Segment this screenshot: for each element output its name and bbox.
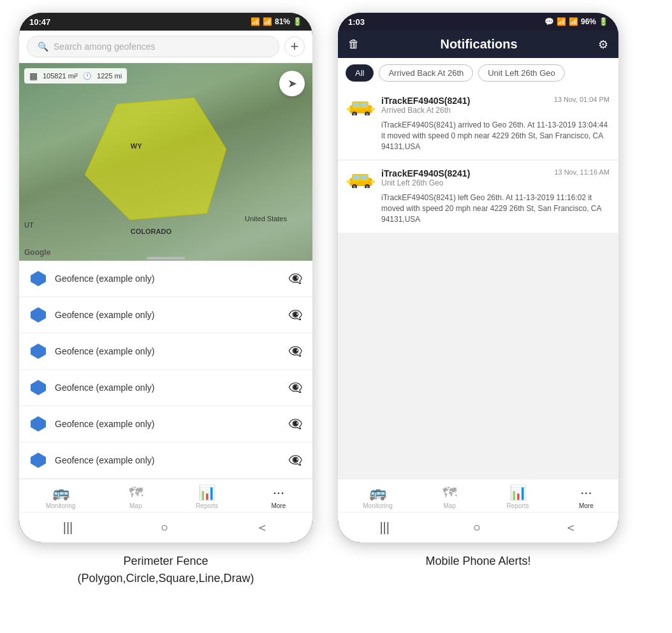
map-label-us: United States bbox=[245, 215, 287, 222]
more-icon: ··· bbox=[273, 484, 284, 501]
map-distance-label: 1225 mi bbox=[97, 72, 122, 80]
map-label: Map bbox=[129, 502, 142, 509]
back-button-right[interactable]: ＜ bbox=[564, 519, 577, 536]
battery-label: 81% bbox=[275, 17, 290, 26]
monitoring-label-right: Monitoring bbox=[363, 502, 393, 509]
svg-marker-0 bbox=[85, 98, 226, 219]
map-area: ▦ 105821 mi² 🕐 1225 mi ➤ WY United State… bbox=[19, 63, 312, 261]
geofence-icon bbox=[29, 415, 47, 433]
home-button[interactable]: ○ bbox=[161, 520, 168, 535]
right-status-bar: 1:03 💬 📶 📶 96% 🔋 bbox=[338, 13, 618, 31]
nav-reports[interactable]: 📊 Reports bbox=[196, 484, 218, 509]
svg-rect-9 bbox=[353, 103, 360, 107]
svg-marker-6 bbox=[31, 453, 46, 468]
geofence-name: Geofence (example only) bbox=[55, 346, 281, 356]
svg-point-24 bbox=[366, 186, 369, 188]
list-item[interactable]: Geofence (example only) 👁‍🗨 bbox=[19, 261, 312, 297]
nav-more[interactable]: ··· More bbox=[271, 484, 286, 509]
map-area-label: 105821 mi² bbox=[43, 72, 78, 80]
geofence-name: Geofence (example only) bbox=[55, 419, 281, 429]
eye-icon[interactable]: 👁‍🗨 bbox=[288, 453, 302, 467]
car-icon-1 bbox=[347, 96, 375, 116]
svg-rect-26 bbox=[371, 180, 375, 183]
filter-left[interactable]: Unit Left 26th Geo bbox=[478, 64, 565, 82]
notifications-title: Notifications bbox=[360, 37, 598, 52]
svg-rect-10 bbox=[361, 103, 367, 107]
chat-icon: 💬 bbox=[544, 17, 554, 26]
geofence-icon bbox=[29, 270, 47, 287]
svg-marker-4 bbox=[31, 380, 46, 395]
svg-rect-25 bbox=[347, 180, 351, 183]
car-icon-2 bbox=[347, 168, 375, 189]
map-stats: ▦ 105821 mi² 🕐 1225 mi bbox=[24, 68, 127, 84]
geofence-polygon bbox=[66, 92, 232, 232]
list-item[interactable]: Geofence (example only) 👁‍🗨 bbox=[19, 333, 312, 370]
clock-icon: 🕐 bbox=[83, 72, 92, 80]
eye-icon[interactable]: 👁‍🗨 bbox=[288, 381, 302, 395]
nav-more-right[interactable]: ··· More bbox=[579, 484, 594, 509]
map-icon: 🗺 bbox=[129, 484, 143, 501]
right-phone: 1:03 💬 📶 📶 96% 🔋 🗑 Notifications ⚙ All A… bbox=[338, 13, 618, 542]
filter-all[interactable]: All bbox=[346, 64, 374, 82]
nav-map-right[interactable]: 🗺 Map bbox=[442, 484, 457, 509]
settings-button[interactable]: ⚙ bbox=[598, 38, 608, 52]
nav-monitoring[interactable]: 🚌 Monitoring bbox=[46, 484, 76, 509]
reports-icon-right: 📊 bbox=[509, 484, 527, 501]
signal-icon: 📶 bbox=[263, 17, 272, 26]
notification-card[interactable]: iTrackEF4940S(8241) Unit Left 26th Geo 1… bbox=[338, 161, 618, 232]
recents-button-right[interactable]: ||| bbox=[379, 520, 390, 535]
notif-desc-2: iTrackEF4940S(8241) left Geo 26th. At 11… bbox=[347, 193, 610, 224]
svg-marker-2 bbox=[31, 307, 46, 323]
notif-time-2: 13 Nov, 11:16 AM bbox=[554, 168, 610, 176]
more-icon-right: ··· bbox=[580, 484, 592, 501]
compass-button[interactable]: ➤ bbox=[279, 71, 305, 96]
geofence-name: Geofence (example only) bbox=[55, 310, 281, 320]
notifications-list: iTrackEF4940S(8241) Arrived Back At 26th… bbox=[338, 88, 618, 479]
svg-point-14 bbox=[366, 113, 369, 115]
caption-right: Mobile Phone Alerts! bbox=[338, 553, 618, 587]
scroll-indicator bbox=[147, 257, 185, 259]
list-item[interactable]: Geofence (example only) 👁‍🗨 bbox=[19, 406, 312, 442]
recents-button[interactable]: ||| bbox=[63, 520, 73, 535]
vehicle-svg-1 bbox=[347, 96, 375, 115]
nav-monitoring-right[interactable]: 🚌 Monitoring bbox=[363, 484, 393, 509]
geofence-icon bbox=[29, 306, 47, 324]
svg-rect-15 bbox=[347, 108, 351, 110]
nav-reports-right[interactable]: 📊 Reports bbox=[507, 484, 529, 509]
eye-icon[interactable]: 👁‍🗨 bbox=[288, 308, 302, 322]
add-button[interactable]: + bbox=[284, 36, 305, 57]
monitoring-icon: 🚌 bbox=[52, 484, 69, 501]
eye-icon[interactable]: 👁‍🗨 bbox=[288, 272, 302, 286]
notif-time-1: 13 Nov, 01:04 PM bbox=[554, 96, 610, 103]
bottom-nav-right: 🚌 Monitoring 🗺 Map 📊 Reports ··· More bbox=[338, 479, 618, 512]
home-button-right[interactable]: ○ bbox=[473, 520, 481, 535]
delete-button[interactable]: 🗑 bbox=[348, 38, 360, 51]
notif-desc-1: iTrackEF4940S(8241) arrived to Geo 26th.… bbox=[347, 120, 610, 152]
list-item[interactable]: Geofence (example only) 👁‍🗨 bbox=[19, 442, 312, 479]
geofence-name: Geofence (example only) bbox=[55, 455, 281, 465]
eye-icon[interactable]: 👁‍🗨 bbox=[288, 344, 302, 358]
signal-icon-right: 📶 bbox=[569, 17, 578, 26]
nav-map[interactable]: 🗺 Map bbox=[129, 484, 143, 509]
svg-point-13 bbox=[353, 113, 356, 115]
reports-label-right: Reports bbox=[507, 502, 529, 509]
eye-icon[interactable]: 👁‍🗨 bbox=[288, 417, 302, 431]
map-label-ut: UT bbox=[24, 221, 34, 229]
caption-left: Perimeter Fence(Polygon,Circle,Square,Li… bbox=[19, 553, 312, 587]
notif-info-2: iTrackEF4940S(8241) Unit Left 26th Geo bbox=[381, 168, 548, 187]
empty-area bbox=[338, 234, 618, 374]
notification-card[interactable]: iTrackEF4940S(8241) Arrived Back At 26th… bbox=[338, 88, 618, 159]
back-button[interactable]: ＜ bbox=[256, 519, 268, 536]
left-phone: 10:47 📶 📶 81% 🔋 🔍 Search among geofences… bbox=[19, 13, 312, 542]
svg-rect-16 bbox=[371, 108, 375, 110]
filter-arrived[interactable]: Arrived Back At 26th bbox=[379, 64, 473, 82]
geofence-list: Geofence (example only) 👁‍🗨 Geofence (ex… bbox=[19, 261, 312, 479]
search-input[interactable]: 🔍 Search among geofences bbox=[27, 36, 279, 57]
geofence-name: Geofence (example only) bbox=[55, 382, 281, 393]
list-item[interactable]: Geofence (example only) 👁‍🗨 bbox=[19, 370, 312, 406]
list-item[interactable]: Geofence (example only) 👁‍🗨 bbox=[19, 297, 312, 333]
left-status-bar: 10:47 📶 📶 81% 🔋 bbox=[19, 13, 312, 31]
map-label-co: COLORADO bbox=[131, 228, 172, 235]
map-icon-right: 🗺 bbox=[442, 484, 457, 501]
caption-left-text: Perimeter Fence(Polygon,Circle,Square,Li… bbox=[77, 555, 254, 585]
